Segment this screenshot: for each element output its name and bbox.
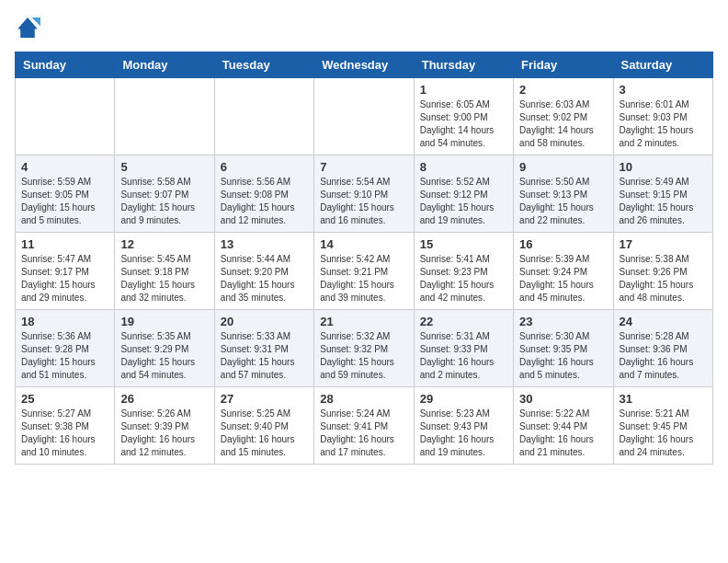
- day-info: Sunrise: 5:58 AM Sunset: 9:07 PM Dayligh…: [120, 176, 208, 227]
- calendar-cell: 20Sunrise: 5:33 AM Sunset: 9:31 PM Dayli…: [214, 310, 313, 387]
- calendar-cell: 2Sunrise: 6:03 AM Sunset: 9:02 PM Daylig…: [514, 78, 613, 155]
- day-number: 23: [519, 315, 607, 328]
- calendar-cell: 15Sunrise: 5:41 AM Sunset: 9:23 PM Dayli…: [414, 233, 513, 310]
- day-number: 6: [221, 160, 308, 174]
- calendar-cell: 10Sunrise: 5:49 AM Sunset: 9:15 PM Dayli…: [613, 155, 712, 233]
- calendar-cell: [115, 78, 214, 155]
- day-number: 14: [320, 237, 407, 251]
- day-info: Sunrise: 5:42 AM Sunset: 9:21 PM Dayligh…: [320, 253, 407, 304]
- calendar-cell: 25Sunrise: 5:27 AM Sunset: 9:38 PM Dayli…: [16, 387, 115, 465]
- day-info: Sunrise: 5:56 AM Sunset: 9:08 PM Dayligh…: [221, 176, 308, 227]
- day-number: 12: [120, 237, 208, 251]
- calendar-week-2: 4Sunrise: 5:59 AM Sunset: 9:05 PM Daylig…: [16, 155, 713, 233]
- calendar-week-3: 11Sunrise: 5:47 AM Sunset: 9:17 PM Dayli…: [16, 233, 713, 310]
- calendar-cell: 9Sunrise: 5:50 AM Sunset: 9:13 PM Daylig…: [514, 155, 613, 233]
- day-number: 27: [221, 392, 308, 406]
- calendar-week-1: 1Sunrise: 6:05 AM Sunset: 9:00 PM Daylig…: [16, 78, 713, 155]
- calendar-cell: 7Sunrise: 5:54 AM Sunset: 9:10 PM Daylig…: [314, 155, 414, 233]
- weekday-header-thursday: Thursday: [414, 52, 513, 78]
- day-info: Sunrise: 5:25 AM Sunset: 9:40 PM Dayligh…: [221, 408, 308, 459]
- day-info: Sunrise: 6:01 AM Sunset: 9:03 PM Dayligh…: [620, 98, 707, 150]
- day-number: 9: [519, 160, 607, 174]
- calendar-cell: 3Sunrise: 6:01 AM Sunset: 9:03 PM Daylig…: [613, 78, 712, 155]
- calendar-cell: 30Sunrise: 5:22 AM Sunset: 9:44 PM Dayli…: [514, 387, 613, 465]
- day-info: Sunrise: 5:41 AM Sunset: 9:23 PM Dayligh…: [420, 253, 507, 304]
- day-info: Sunrise: 5:26 AM Sunset: 9:39 PM Dayligh…: [120, 408, 208, 459]
- day-info: Sunrise: 6:05 AM Sunset: 9:00 PM Dayligh…: [420, 98, 507, 150]
- weekday-header-sunday: Sunday: [16, 52, 115, 78]
- logo-icon: [15, 15, 40, 40]
- day-info: Sunrise: 5:52 AM Sunset: 9:12 PM Dayligh…: [420, 176, 507, 227]
- day-number: 24: [620, 315, 707, 328]
- day-number: 28: [320, 392, 407, 406]
- calendar-cell: 8Sunrise: 5:52 AM Sunset: 9:12 PM Daylig…: [414, 155, 513, 233]
- day-info: Sunrise: 5:23 AM Sunset: 9:43 PM Dayligh…: [420, 408, 507, 459]
- day-info: Sunrise: 5:21 AM Sunset: 9:45 PM Dayligh…: [620, 408, 707, 459]
- weekday-header-tuesday: Tuesday: [214, 52, 313, 78]
- calendar-cell: 18Sunrise: 5:36 AM Sunset: 9:28 PM Dayli…: [16, 310, 115, 387]
- day-number: 16: [519, 237, 607, 251]
- calendar-cell: 1Sunrise: 6:05 AM Sunset: 9:00 PM Daylig…: [414, 78, 513, 155]
- calendar-cell: 28Sunrise: 5:24 AM Sunset: 9:41 PM Dayli…: [314, 387, 414, 465]
- weekday-header-friday: Friday: [514, 52, 613, 78]
- day-number: 17: [620, 237, 707, 251]
- calendar-cell: 5Sunrise: 5:58 AM Sunset: 9:07 PM Daylig…: [115, 155, 214, 233]
- calendar-cell: [314, 78, 414, 155]
- weekday-header-saturday: Saturday: [613, 52, 712, 78]
- day-info: Sunrise: 5:54 AM Sunset: 9:10 PM Dayligh…: [320, 176, 407, 227]
- day-number: 4: [21, 160, 108, 174]
- day-number: 13: [221, 237, 308, 251]
- day-number: 26: [120, 392, 208, 406]
- day-info: Sunrise: 5:32 AM Sunset: 9:32 PM Dayligh…: [320, 330, 407, 382]
- day-number: 2: [519, 83, 607, 97]
- day-info: Sunrise: 6:03 AM Sunset: 9:02 PM Dayligh…: [519, 98, 607, 150]
- day-info: Sunrise: 5:22 AM Sunset: 9:44 PM Dayligh…: [519, 408, 607, 459]
- day-info: Sunrise: 5:50 AM Sunset: 9:13 PM Dayligh…: [519, 176, 607, 227]
- day-info: Sunrise: 5:30 AM Sunset: 9:35 PM Dayligh…: [519, 330, 607, 382]
- calendar-cell: [214, 78, 313, 155]
- calendar-week-5: 25Sunrise: 5:27 AM Sunset: 9:38 PM Dayli…: [16, 387, 713, 465]
- day-number: 20: [221, 315, 308, 328]
- day-number: 18: [21, 315, 108, 328]
- calendar-cell: 13Sunrise: 5:44 AM Sunset: 9:20 PM Dayli…: [214, 233, 313, 310]
- day-number: 11: [21, 237, 108, 251]
- day-info: Sunrise: 5:45 AM Sunset: 9:18 PM Dayligh…: [120, 253, 208, 304]
- calendar-cell: 26Sunrise: 5:26 AM Sunset: 9:39 PM Dayli…: [115, 387, 214, 465]
- day-number: 15: [420, 237, 507, 251]
- weekday-header-wednesday: Wednesday: [314, 52, 414, 78]
- day-info: Sunrise: 5:35 AM Sunset: 9:29 PM Dayligh…: [120, 330, 208, 382]
- calendar-cell: 17Sunrise: 5:38 AM Sunset: 9:26 PM Dayli…: [613, 233, 712, 310]
- calendar-cell: 31Sunrise: 5:21 AM Sunset: 9:45 PM Dayli…: [613, 387, 712, 465]
- day-info: Sunrise: 5:27 AM Sunset: 9:38 PM Dayligh…: [21, 408, 108, 459]
- page-header: [15, 15, 713, 40]
- day-number: 3: [620, 83, 707, 97]
- day-info: Sunrise: 5:31 AM Sunset: 9:33 PM Dayligh…: [420, 330, 507, 382]
- day-info: Sunrise: 5:38 AM Sunset: 9:26 PM Dayligh…: [620, 253, 707, 304]
- day-info: Sunrise: 5:33 AM Sunset: 9:31 PM Dayligh…: [221, 330, 308, 382]
- calendar-cell: 4Sunrise: 5:59 AM Sunset: 9:05 PM Daylig…: [16, 155, 115, 233]
- calendar-cell: 21Sunrise: 5:32 AM Sunset: 9:32 PM Dayli…: [314, 310, 414, 387]
- day-info: Sunrise: 5:36 AM Sunset: 9:28 PM Dayligh…: [21, 330, 108, 382]
- day-number: 10: [620, 160, 707, 174]
- day-info: Sunrise: 5:28 AM Sunset: 9:36 PM Dayligh…: [620, 330, 707, 382]
- calendar-cell: [16, 78, 115, 155]
- day-number: 19: [120, 315, 208, 328]
- day-number: 22: [420, 315, 507, 328]
- calendar-cell: 16Sunrise: 5:39 AM Sunset: 9:24 PM Dayli…: [514, 233, 613, 310]
- calendar-cell: 22Sunrise: 5:31 AM Sunset: 9:33 PM Dayli…: [414, 310, 513, 387]
- weekday-header-monday: Monday: [115, 52, 214, 78]
- day-number: 29: [420, 392, 507, 406]
- day-number: 31: [620, 392, 707, 406]
- day-number: 8: [420, 160, 507, 174]
- calendar-cell: 11Sunrise: 5:47 AM Sunset: 9:17 PM Dayli…: [16, 233, 115, 310]
- calendar-cell: 23Sunrise: 5:30 AM Sunset: 9:35 PM Dayli…: [514, 310, 613, 387]
- calendar-week-4: 18Sunrise: 5:36 AM Sunset: 9:28 PM Dayli…: [16, 310, 713, 387]
- day-info: Sunrise: 5:39 AM Sunset: 9:24 PM Dayligh…: [519, 253, 607, 304]
- day-info: Sunrise: 5:59 AM Sunset: 9:05 PM Dayligh…: [21, 176, 108, 227]
- calendar-cell: 29Sunrise: 5:23 AM Sunset: 9:43 PM Dayli…: [414, 387, 513, 465]
- weekday-header-row: SundayMondayTuesdayWednesdayThursdayFrid…: [16, 52, 713, 78]
- calendar-cell: 12Sunrise: 5:45 AM Sunset: 9:18 PM Dayli…: [115, 233, 214, 310]
- day-info: Sunrise: 5:47 AM Sunset: 9:17 PM Dayligh…: [21, 253, 108, 304]
- calendar-cell: 14Sunrise: 5:42 AM Sunset: 9:21 PM Dayli…: [314, 233, 414, 310]
- calendar-cell: 24Sunrise: 5:28 AM Sunset: 9:36 PM Dayli…: [613, 310, 712, 387]
